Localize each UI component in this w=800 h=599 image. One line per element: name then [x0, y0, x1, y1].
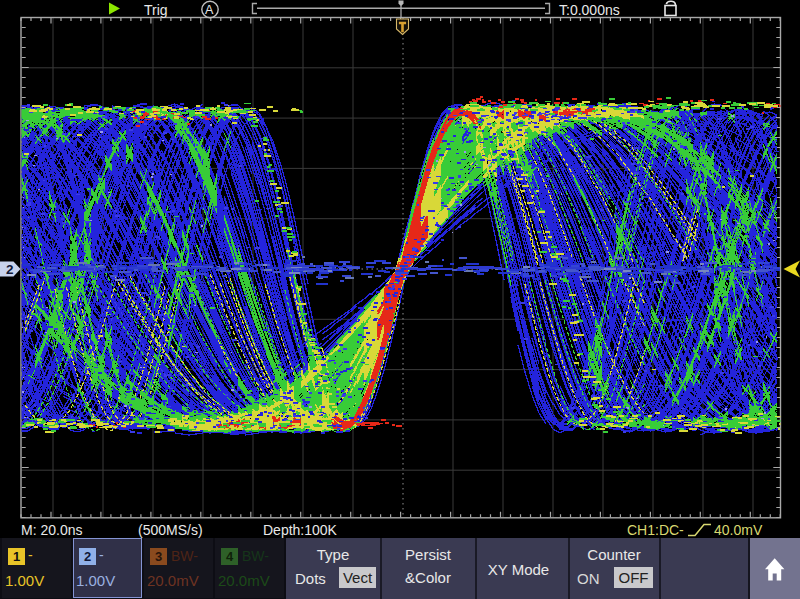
svg-text:2: 2: [6, 262, 14, 277]
